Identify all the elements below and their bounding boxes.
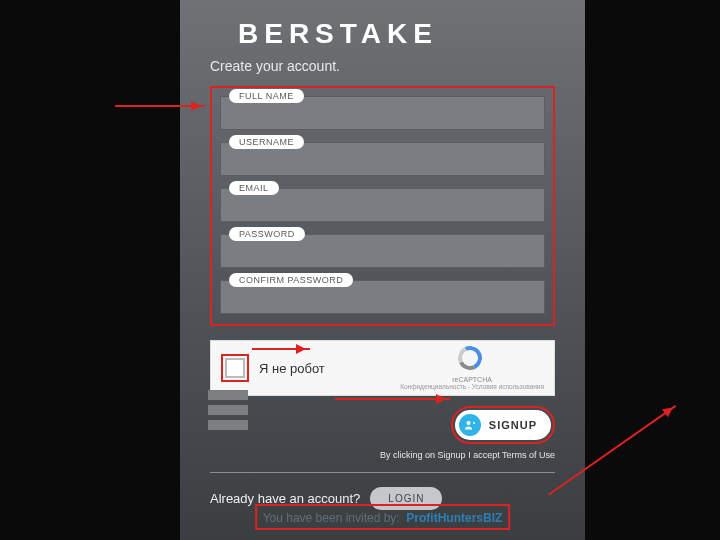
captcha-brand-text: reCAPTCHA — [400, 376, 544, 383]
terms-text: By clicking on Signup I accept Terms of … — [210, 450, 555, 460]
fields-highlight: FULL NAME USERNAME EMAIL PASSWORD CONFIR… — [210, 86, 555, 326]
invited-highlight: You have been invited by: ProfitHuntersB… — [255, 504, 511, 530]
email-field[interactable]: EMAIL — [220, 188, 545, 222]
email-label: EMAIL — [229, 181, 279, 195]
invited-text: You have been invited by: ProfitHuntersB… — [263, 511, 503, 525]
annotation-arrow — [252, 348, 310, 350]
hamburger-icon[interactable] — [208, 390, 248, 435]
captcha-label: Я не робот — [259, 361, 325, 376]
divider — [210, 472, 555, 473]
invited-prefix: You have been invited by: — [263, 511, 400, 525]
signup-highlight: SIGNUP — [451, 406, 555, 444]
svg-point-0 — [466, 421, 470, 425]
annotation-arrow — [115, 105, 205, 107]
username-label: USERNAME — [229, 135, 304, 149]
captcha-privacy: Конфиденциальность - Условия использован… — [400, 383, 544, 390]
username-field[interactable]: USERNAME — [220, 142, 545, 176]
captcha-branding: reCAPTCHA Конфиденциальность - Условия и… — [400, 346, 544, 390]
fullname-label: FULL NAME — [229, 89, 304, 103]
captcha-checkbox[interactable] — [225, 358, 245, 378]
brand-logo: BERSTAKE — [210, 18, 555, 50]
signup-panel: BERSTAKE Create your account. FULL NAME … — [180, 0, 585, 540]
confirm-password-field[interactable]: CONFIRM PASSWORD — [220, 280, 545, 314]
signup-label: SIGNUP — [489, 419, 537, 431]
captcha-checkbox-highlight — [221, 354, 249, 382]
signup-button[interactable]: SIGNUP — [455, 410, 551, 440]
recaptcha-icon — [458, 346, 486, 374]
annotation-arrow — [335, 398, 450, 400]
confirm-label: CONFIRM PASSWORD — [229, 273, 353, 287]
invited-referrer: ProfitHuntersBIZ — [406, 511, 502, 525]
user-plus-icon — [459, 414, 481, 436]
password-label: PASSWORD — [229, 227, 305, 241]
page-title: Create your account. — [210, 58, 555, 74]
fullname-field[interactable]: FULL NAME — [220, 96, 545, 130]
password-field[interactable]: PASSWORD — [220, 234, 545, 268]
